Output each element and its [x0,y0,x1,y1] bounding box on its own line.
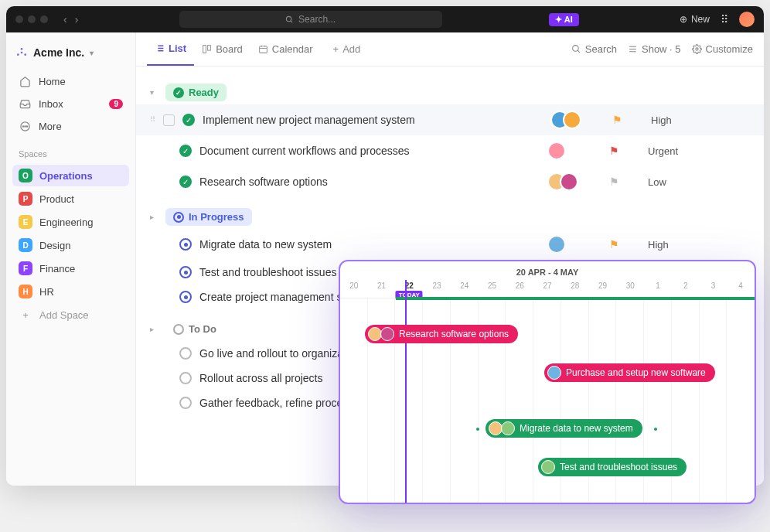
priority-label: High [651,114,672,126]
svg-rect-16 [203,46,206,53]
nav-inbox[interactable]: Inbox 9 [12,94,129,114]
space-item-hr[interactable]: HHR [12,281,129,302]
plus-icon: + [19,309,32,321]
status-group-ready: ▾ Ready ⠿✓Implement new project manageme… [136,80,764,197]
space-item-finance[interactable]: FFinance [12,257,129,279]
space-item-design[interactable]: DDesign [12,234,129,256]
view-tab-list[interactable]: List [147,32,194,66]
gantt-handle[interactable] [476,428,479,431]
collapse-toggle[interactable]: ▾ [150,88,158,97]
history-nav: ‹ › [63,13,78,26]
view-toolbar: List Board Calendar + Add Sear [136,32,764,66]
add-space-button[interactable]: + Add Space [12,305,129,325]
flag-icon[interactable]: ⚑ [609,176,640,188]
nav-home[interactable]: Home [12,71,129,92]
flag-icon[interactable]: ⚑ [612,114,643,126]
svg-point-27 [695,48,697,50]
sidebar: Acme Inc. ▾ Home Inbox 9 More [6,32,136,486]
task-title: Implement new project management system [203,114,543,126]
show-button[interactable]: Show · 5 [628,43,681,55]
space-icon: H [19,285,32,298]
svg-point-8 [24,126,25,127]
search-icon [571,44,581,54]
timeline-panel: 20 APR - 4 MAY 202122TODAY23242526272829… [339,260,756,504]
user-avatar[interactable] [739,12,755,27]
timeline-date-scale: 202122TODAY23242526272829301234 [340,280,755,298]
task-row[interactable]: ✓Document current workflows and processe… [136,135,764,166]
avatar[interactable] [547,235,566,254]
avatar[interactable] [563,111,581,129]
customize-button[interactable]: Customize [692,43,753,55]
plus-circle-icon: ⊕ [680,14,687,25]
svg-point-7 [22,126,23,127]
search-input[interactable]: Search... [179,11,442,28]
board-icon [202,44,212,54]
space-item-operations[interactable]: OOperations [12,165,129,186]
space-icon: E [19,215,32,229]
view-tab-calendar[interactable]: Calendar [250,32,321,66]
checkbox[interactable] [163,114,175,126]
search-placeholder: Search... [298,14,336,25]
space-label: Product [39,193,74,205]
task-row[interactable]: Migrate data to new system⚑High [136,229,764,260]
todo-circle-icon [179,397,192,409]
space-item-product[interactable]: PProduct [12,188,129,210]
nav-more[interactable]: More [12,116,129,137]
svg-point-2 [21,48,23,50]
traffic-close[interactable] [15,15,23,23]
gantt-bar-migrate[interactable]: Migrate data to new system [486,419,642,438]
search-button[interactable]: Search [571,43,617,55]
svg-point-22 [572,46,578,52]
priority-label: High [648,239,669,251]
todo-circle-icon [179,372,192,384]
forward-button[interactable]: › [75,13,79,26]
space-item-engineering[interactable]: EEngineering [12,211,129,233]
view-tab-board[interactable]: Board [194,32,250,66]
svg-line-23 [578,50,580,53]
list-icon [155,43,165,53]
traffic-maximize[interactable] [40,15,48,23]
plus-icon: + [333,43,339,55]
back-button[interactable]: ‹ [63,13,67,26]
gantt-bar-research[interactable]: Research software options [365,325,518,343]
workspace-switcher[interactable]: Acme Inc. ▾ [12,42,129,70]
assignees [550,111,605,129]
ai-button[interactable]: ✦ AI [549,13,579,26]
titlebar: ‹ › Search... ✦ AI ⊕ New ⠿ [6,6,764,32]
sliders-icon [628,44,638,54]
status-pill-in-progress[interactable]: In Progress [165,208,252,226]
inbox-icon [19,98,31,110]
apps-grid-icon[interactable]: ⠿ [721,13,728,26]
task-title: Migrate data to new system [199,238,540,251]
gantt-bar-purchase[interactable]: Purchase and setup new software [544,363,715,382]
avatar[interactable] [560,172,578,191]
check-circle-icon: ✓ [182,114,195,126]
home-icon [19,76,31,87]
chevron-down-icon: ▾ [90,49,94,57]
timeline-date: 20 [340,280,368,298]
add-view-button[interactable]: + Add [325,32,369,66]
collapse-toggle[interactable]: ▸ [150,213,158,221]
status-pill-todo[interactable]: To Do [165,320,224,338]
new-button[interactable]: ⊕ New [680,14,710,25]
task-row[interactable]: ✓Research software options⚑Low [136,166,764,197]
assignees [547,172,601,191]
priority-label: Low [648,176,666,188]
space-label: Design [39,240,70,251]
traffic-minimize[interactable] [28,15,36,23]
avatar [380,327,394,341]
flag-icon[interactable]: ⚑ [609,238,640,251]
traffic-lights [15,15,48,23]
gantt-handle[interactable] [654,428,657,431]
avatar [547,366,561,380]
status-pill-ready[interactable]: Ready [165,84,227,101]
avatar[interactable] [547,142,566,160]
collapse-toggle[interactable]: ▸ [150,325,158,333]
timeline-body[interactable]: Research software options Purchase and s… [340,298,755,504]
timeline-date: 24 [451,280,479,298]
task-row[interactable]: ⠿✓Implement new project management syste… [136,104,764,135]
drag-handle-icon[interactable]: ⠿ [150,118,155,121]
flag-icon[interactable]: ⚑ [609,145,640,157]
gear-icon [692,44,702,54]
gantt-bar-test[interactable]: Test and troubleshoot issues [538,458,687,476]
